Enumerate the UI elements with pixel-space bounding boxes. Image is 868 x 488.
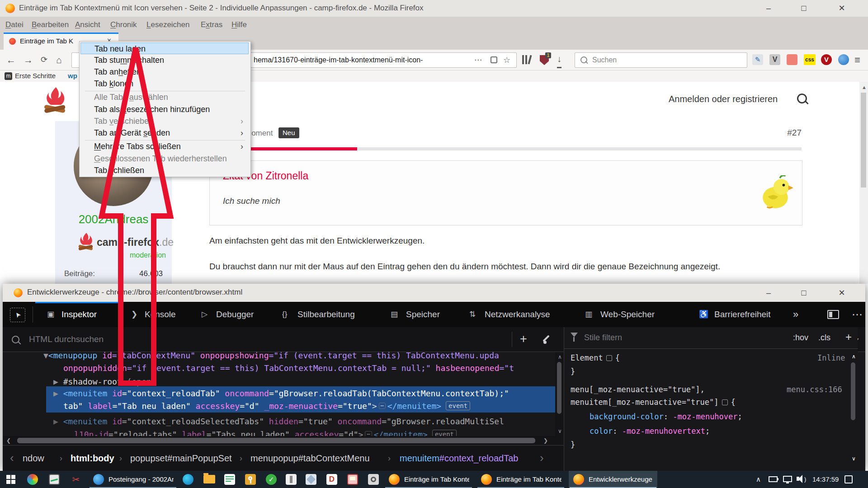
rule-selector-menu[interactable]: menu[_moz-menuactive="true"], xyxy=(571,383,705,396)
code-line-reloadselectedtabs-cont[interactable]: l10n-id="reload-tabs" label="Tabs neu la… xyxy=(74,428,457,436)
scrollbar-thumb[interactable] xyxy=(851,362,855,420)
event-badge[interactable]: event xyxy=(432,430,457,436)
taskbar-notes-icon[interactable] xyxy=(224,474,235,485)
home-icon[interactable]: ⌂ xyxy=(56,50,62,70)
taskbar-snipping-icon[interactable]: ✂ xyxy=(71,474,81,485)
rule-decl-color[interactable]: color: -moz-menuhovertext; xyxy=(590,425,710,437)
taskbar-firefox-button-2[interactable]: Einträge im Tab Konte... xyxy=(476,471,565,488)
menuitem-tab-stummschalten[interactable]: Tab stummschalten xyxy=(80,54,249,66)
menuitem-tab-klonen[interactable]: Tab klonen xyxy=(80,78,249,89)
author-name[interactable]: 2002Andreas xyxy=(55,212,172,226)
menuitem-lesezeichen-hinzufuegen[interactable]: Tab als Lesezeichen hinzufügen xyxy=(80,103,249,115)
add-rule-button[interactable]: + xyxy=(845,327,852,347)
library-icon[interactable] xyxy=(522,55,524,64)
menuitem-tab-anheften[interactable]: Tab anheften xyxy=(80,66,249,78)
bookmark-erste-schritte[interactable]: Erste Schritte xyxy=(15,72,56,80)
tab-speicher[interactable]: Speicher xyxy=(406,302,440,327)
close-button[interactable]: ✕ xyxy=(832,286,852,300)
markup-scrollbar[interactable]: ∧ ∨ xyxy=(555,352,564,436)
devtools-titlebar[interactable]: Entwicklerwerkzeuge - chrome://browser/c… xyxy=(3,284,865,302)
split-console-icon[interactable] xyxy=(827,310,839,319)
rule-selector-menuitem[interactable]: menuitem[_moz-menuactive="true"]{ xyxy=(571,396,736,408)
menuitem-tab-wiederherstellen[interactable]: Geschlossenen Tab wiederherstellen xyxy=(80,153,249,164)
breadcrumb-window[interactable]: ndow xyxy=(23,446,44,471)
rule-source-menucss[interactable]: menu.css:166 xyxy=(787,383,842,396)
titlebar[interactable]: Einträge im Tab Kontextmenü mit Icon ver… xyxy=(0,0,868,17)
page-actions-icon[interactable]: ⋯ xyxy=(474,53,482,67)
tray-chevron-icon[interactable]: ∧ xyxy=(756,471,761,488)
tray-clock[interactable]: 14:37:59 xyxy=(812,471,839,488)
bookmark-star-icon[interactable]: ☆ xyxy=(503,53,510,67)
ext-video-icon[interactable]: V xyxy=(821,54,832,65)
ext-sync-icon[interactable] xyxy=(838,54,849,65)
code-line-menupopup-cont[interactable]: onpopuphidden="if (event.target == this)… xyxy=(63,362,514,375)
ext-stylus-icon[interactable] xyxy=(787,54,797,65)
breadcrumb-menupopup[interactable]: menupopup#tabContextMenu xyxy=(250,446,370,471)
tab-stilbearbeitung[interactable]: Stilbearbeitung xyxy=(297,302,355,327)
tab-web-speicher[interactable]: Web-Speicher xyxy=(600,302,655,327)
scroll-left-icon[interactable]: ❮ xyxy=(6,437,11,444)
scroll-down-icon[interactable]: ∨ xyxy=(852,455,856,462)
more-tabs-chevron-icon[interactable]: » xyxy=(793,302,798,327)
ext-v-icon[interactable]: V xyxy=(769,54,780,65)
tab-netzwerkanalyse[interactable]: Netzwerkanalyse xyxy=(485,302,550,327)
scroll-right-icon[interactable]: ❯ xyxy=(543,437,548,444)
breadcrumb-popupset[interactable]: popupset#mainPopupSet xyxy=(130,446,232,471)
scrollbar-thumb[interactable] xyxy=(557,362,561,414)
back-icon[interactable]: ← xyxy=(6,50,16,70)
html-search-input[interactable]: HTML durchsuchen xyxy=(29,327,104,352)
taskbar-camera-icon[interactable] xyxy=(368,474,379,485)
menu-chronik[interactable]: Chronik xyxy=(108,17,139,33)
devtools-options-icon[interactable]: ⋯ xyxy=(852,302,863,327)
ext-css-icon[interactable]: css xyxy=(804,54,816,65)
taskbar-thunderbird-button[interactable]: Posteingang - 2002An... xyxy=(89,471,177,488)
code-line-menupopup[interactable]: ▼<menupopup id="tabContextMenu" onpopups… xyxy=(43,352,499,362)
event-badge[interactable]: event xyxy=(446,401,470,410)
breadcrumb-body[interactable]: html:body xyxy=(71,446,114,471)
tab-inspektor[interactable]: Inspektor xyxy=(61,302,97,327)
taskbar-firefox-button-1[interactable]: Einträge im Tab Konte... xyxy=(384,471,473,488)
maximize-button[interactable]: □ xyxy=(794,286,814,300)
menu-extras[interactable]: Extras xyxy=(199,17,224,33)
download-icon[interactable]: ↓ xyxy=(557,50,561,68)
rule-element-selector[interactable]: Element{ xyxy=(571,352,620,364)
add-node-button[interactable]: + xyxy=(520,327,527,351)
minimize-button[interactable]: – xyxy=(759,1,778,15)
scroll-up-icon[interactable]: ∧ xyxy=(558,354,562,360)
menuitem-mehrere-tabs-schliessen[interactable]: Mehrere Tabs schließen› xyxy=(80,141,249,152)
maximize-button[interactable]: □ xyxy=(794,1,814,15)
scrollbar-thumb[interactable] xyxy=(861,93,866,188)
taskbar-explorer-icon[interactable] xyxy=(203,475,215,483)
breadcrumb-forward-icon[interactable]: › xyxy=(540,446,544,470)
post-number[interactable]: #27 xyxy=(769,128,802,138)
tab-konsole[interactable]: Konsole xyxy=(145,302,176,327)
tab-barrierefreiheit[interactable]: Barrierefreiheit xyxy=(714,302,771,327)
menuitem-tab-schliessen[interactable]: Tab schließen xyxy=(80,164,249,176)
rules-scrollbar[interactable]: ∧ ∨ xyxy=(849,349,858,471)
minimize-button[interactable]: – xyxy=(759,286,778,300)
menuitem-alle-tabs-auswaehlen[interactable]: Alle Tabs auswählen xyxy=(80,91,249,103)
menuitem-tab-neu-laden[interactable]: Tab neu laden xyxy=(80,42,249,54)
pseudo-class-toggle[interactable]: :hov xyxy=(793,327,808,348)
close-button[interactable]: ✕ xyxy=(832,1,852,15)
code-line-reloadselectedtabs[interactable]: ▶ <menuitem id="context_reloadSelectedTa… xyxy=(53,415,504,428)
rules-filter-input[interactable]: Stile filtern xyxy=(584,327,622,348)
highlight-target-icon[interactable] xyxy=(606,355,612,361)
highlight-target-icon[interactable] xyxy=(722,399,728,405)
page-scrollbar[interactable]: ▲ xyxy=(859,82,868,284)
tab-debugger[interactable]: Debugger xyxy=(216,302,254,327)
ext-clipboard-icon[interactable]: ✎ xyxy=(752,54,763,65)
code-line-reloadtab[interactable]: ▶ <menuitem id="context_reloadTab" oncom… xyxy=(53,387,509,400)
rule-source-inline[interactable]: Inline xyxy=(817,352,845,364)
taskbar-edge-icon[interactable] xyxy=(183,474,193,485)
tray-display-icon[interactable] xyxy=(783,476,792,482)
taskbar-monitor-icon[interactable] xyxy=(49,474,60,485)
action-center-icon[interactable] xyxy=(844,475,853,483)
bookmark-wp-icon[interactable]: wp xyxy=(68,72,77,80)
code-line-reloadtab-cont[interactable]: tab" label="Tab neu laden" accesskey="d"… xyxy=(63,400,470,413)
breadcrumb-selected-menuitem[interactable]: menuitem#context_reloadTab xyxy=(400,446,518,471)
menu-datei[interactable]: Datei xyxy=(4,17,25,33)
search-bar[interactable]: Suchen xyxy=(575,52,747,68)
markup-hscrollbar[interactable]: ❮ ❯ xyxy=(3,436,564,445)
start-button[interactable] xyxy=(6,475,15,484)
